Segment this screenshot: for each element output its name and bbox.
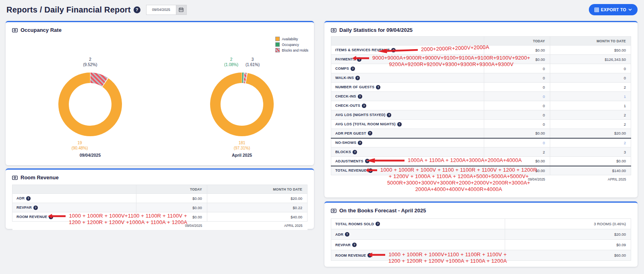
help-icon[interactable]: ? [351,66,355,71]
room-revenue-card-title: Room Revenue [21,174,59,181]
section-camera-icon [331,208,336,213]
table-row: ADJUSTMENTS? 1000A + 1100A + 1200A+3000A… [331,157,631,166]
donut-chart-month: 2 (1.08%) 3 (1.61%) 181 (97.31%) April 2… [180,49,304,158]
annotation-otb-room-revenue: 1000 + 1000R + 1000V+1100 + 1100R + 1100… [368,251,507,264]
occupancy-swatch-icon [275,42,280,47]
col-today: TODAY [136,185,207,194]
footer-date-today: 09/04/2025 [484,175,550,184]
availability-count-label: 19 (90.48%) [72,140,88,151]
chart-caption-date: 09/04/2025 [80,153,101,158]
help-icon[interactable]: ? [387,113,391,117]
table-row: TOTAL REVENUE? 1000 + 1000R + 1000V + 11… [331,166,631,175]
help-icon[interactable]: ? [376,222,380,226]
help-icon[interactable]: ? [352,243,357,247]
calendar-icon [179,7,184,12]
help-icon[interactable]: ? [33,206,38,210]
on-the-books-table: TOTAL ROOMS SOLD? 3 ROOMS (0.46%) ADR? $… [331,218,631,261]
help-icon[interactable]: ? [397,122,402,127]
calendar-button[interactable] [176,5,187,15]
footer-date-mtd: APRIL 2025 [550,175,631,184]
availability-swatch-icon [275,37,280,41]
help-icon[interactable]: ? [345,232,349,237]
table-grid-icon [594,8,599,12]
chart-caption-month: April 2025 [232,153,252,158]
table-row: ROOM REVENUE? 1000 + 1000R + 1000V+1100 … [12,212,308,222]
help-icon[interactable]: ? [376,85,380,89]
export-to-label: EXPORT TO [601,7,626,12]
table-row: CHECK-OUTS? 0 1 [331,101,631,110]
daily-statistics-card-title: Daily Statistics for 09/04/2025 [339,27,413,33]
otb-card-title: On the Books Forecast - April 2025 [339,208,426,214]
section-camera-icon [12,175,18,180]
blocks-count-label: 2 (9.52%) [83,57,97,67]
help-icon[interactable]: ? [368,131,372,135]
col-month-to-date: MONTH TO DATE [550,37,631,46]
table-row: AVG LOS (TOTAL ROOM NIGHTS)? 0 2 [331,120,631,129]
room-revenue-table: TODAY MONTH TO DATE ADR? $0.00 $20.00 RE… [12,185,308,230]
table-row: ITEMS & SERVICES REVENUE? 2000+2000R+200… [331,46,631,55]
table-row: PAYMENTS? 9000+9000A+9000R+9000V+9100+91… [331,55,631,64]
table-row: REVPAR? $0.09 [331,240,631,250]
table-header-row: TODAY MONTH TO DATE [331,37,631,46]
help-icon[interactable]: ? [368,168,373,173]
report-date-group [146,5,187,15]
help-icon[interactable]: ? [355,76,360,80]
annotation-arrow-icon [366,158,405,163]
room-revenue-card: Room Revenue TODAY MONTH TO DATE ADR? $0… [6,168,314,229]
help-icon[interactable]: ? [365,159,369,163]
table-row: REVPAR? $0.00 $0.22 [12,203,308,212]
help-icon[interactable]: ? [367,253,372,257]
occupancy-count-label: 2 (1.08%) [224,57,238,67]
col-month-to-date: MONTH TO DATE [207,185,307,194]
table-row: NO-SHOWS? 0 2 [331,138,631,147]
occupancy-card-title: Occupancy Rate [21,27,62,33]
table-row: ADR? $0.00 $20.00 [12,194,308,203]
top-header-bar: Reports / Daily Financial Report ? EXPOR… [0,0,644,19]
daily-statistics-table: TODAY MONTH TO DATE ITEMS & SERVICES REV… [331,36,631,184]
chevron-down-icon [628,8,632,11]
section-camera-icon [12,28,18,33]
help-icon[interactable]: ? [391,48,396,52]
table-header-row: TODAY MONTH TO DATE [12,185,308,194]
availability-count-label: 181 (97.31%) [234,140,250,151]
table-row: WALK-INS? 0 0 [331,73,631,83]
help-icon[interactable]: ? [358,141,362,145]
occupancy-donut-today[interactable] [56,70,125,139]
occupancy-rate-card: Occupancy Rate Availability Occupancy Bl… [6,21,314,165]
page-title: Reports / Daily Financial Report [6,5,131,15]
help-icon[interactable]: ? [362,104,366,108]
table-footer-row: 09/04/2025 APRIL 2025 [331,175,631,184]
table-row: CHECK-INS? 0 1 [331,92,631,101]
section-camera-icon [331,28,336,33]
help-icon[interactable]: ? [134,6,140,13]
export-to-button[interactable]: EXPORT TO [589,4,638,15]
table-row: BLOCKS? 2 3 [331,147,631,157]
blocks-count-label: 3 (1.61%) [246,57,260,67]
help-icon[interactable]: ? [353,150,357,154]
table-row: NUMBER OF GUESTS? 0 2 [331,83,631,92]
footer-date-mtd: APRIL 2025 [207,222,307,230]
on-the-books-forecast-card: On the Books Forecast - April 2025 TOTAL… [324,201,638,267]
report-date-input[interactable] [146,5,176,15]
legend-item-availability[interactable]: Availability [275,37,308,41]
table-footer-row: 09/04/2025 APRIL 2025 [12,222,308,230]
table-row: TOTAL ROOMS SOLD? 3 ROOMS (0.46%) [331,219,631,229]
footer-date-today: 09/04/2025 [136,222,207,230]
help-icon[interactable]: ? [358,94,362,99]
occupancy-donut-month[interactable] [207,70,277,139]
donut-chart-today: 2 (9.52%) 19 (90.48%) 09/04/2025 [28,49,153,158]
help-icon[interactable]: ? [26,196,31,201]
daily-statistics-card: Daily Statistics for 09/04/2025 TODAY MO… [324,21,638,197]
table-row: ROOM REVENUE? 1000 + 1000R + 1000V+1100 … [331,250,631,261]
help-icon[interactable]: ? [49,215,53,219]
help-icon[interactable]: ? [357,57,361,62]
col-today: TODAY [484,37,550,46]
table-row: COMPS? 0 0 [331,64,631,73]
table-row: AVG LOS (NIGHTS STAYED)? 0 2 [331,110,631,120]
table-row: ADR? $20.00 [331,229,631,240]
legend-item-occupancy[interactable]: Occupancy [275,42,308,47]
table-row: ADR PER GUEST? $0.00 $20.00 [331,129,631,138]
